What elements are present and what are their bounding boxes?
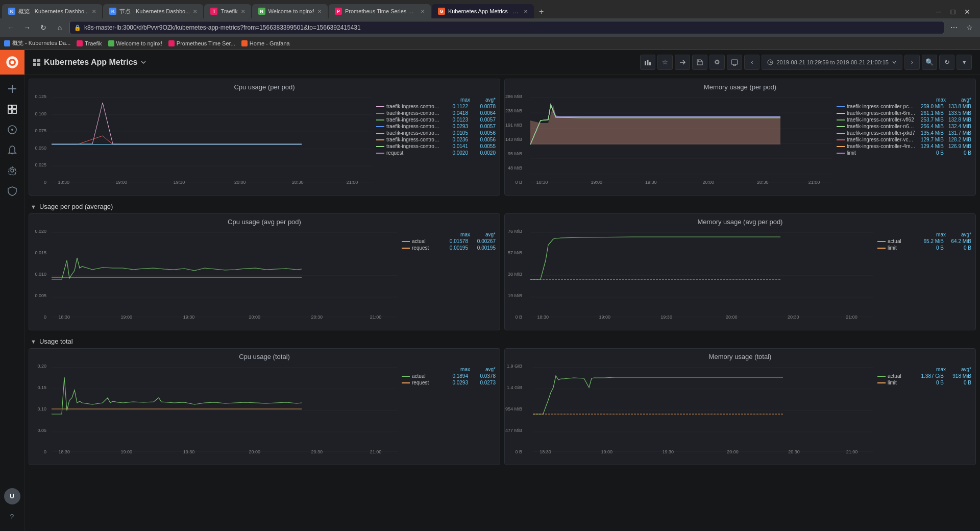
- tab-close-icon[interactable]: ✕: [92, 9, 96, 14]
- settings-button[interactable]: ⚙: [709, 55, 725, 70]
- svg-text:19:30: 19:30: [183, 315, 195, 320]
- tab-overview[interactable]: K 概览 - Kubernetes Dashbo... ✕: [2, 4, 102, 18]
- svg-text:19:00: 19:00: [116, 180, 128, 185]
- tab-traefik[interactable]: T Traefik ✕: [204, 4, 251, 18]
- maximize-button[interactable]: □: [946, 5, 960, 18]
- grid-icon: [7, 104, 17, 114]
- shield-icon: [7, 186, 17, 196]
- tab-bar: K 概览 - Kubernetes Dashbo... ✕ K 节点 - Kub…: [0, 0, 980, 18]
- legend-item: actual 0.1894 0.0378: [402, 373, 496, 379]
- cpu-per-pod-chart: cores 0.125 0.100 0.075 0.050 0.025 0: [29, 93, 500, 195]
- tab-close-icon[interactable]: ✕: [193, 9, 197, 14]
- panel-view-button[interactable]: [640, 55, 655, 70]
- tab-title: 概览 - Kubernetes Dashbo...: [18, 8, 89, 15]
- section-chevron-icon: ▼: [31, 339, 36, 345]
- legend-color: [376, 153, 384, 154]
- bookmark-button[interactable]: ☆: [963, 21, 976, 34]
- legend-item: traefik-ingress-controller-vch7h 129.7 M…: [837, 137, 971, 142]
- reload-button[interactable]: ↻: [37, 21, 50, 34]
- bookmark-prometheus[interactable]: Prometheus Time Ser...: [168, 40, 235, 46]
- legend-color: [376, 119, 384, 120]
- refresh-options-button[interactable]: ▾: [957, 55, 972, 70]
- sidebar-item-settings[interactable]: [0, 160, 24, 181]
- legend-item: request 0.0020 0.0020: [376, 150, 496, 156]
- svg-text:19:00: 19:00: [121, 449, 133, 454]
- legend-color: [877, 241, 886, 242]
- tv-mode-button[interactable]: [727, 55, 742, 70]
- time-picker[interactable]: 2019-08-21 18:29:59 to 2019-08-21 21:00:…: [762, 55, 902, 70]
- cpu-per-pod-panel: Cpu usage (per pod) cores 0.125 0.100 0.…: [29, 79, 500, 196]
- minimize-button[interactable]: ─: [932, 5, 945, 18]
- section-usage-per-pod[interactable]: ▼ Usage per pod (average): [29, 200, 976, 213]
- grafana-app: U ? Kubernetes App Metrics ☆: [0, 50, 980, 531]
- grafana-logo[interactable]: [0, 50, 24, 75]
- sidebar: U ?: [0, 50, 24, 531]
- sidebar-item-explore[interactable]: [0, 119, 24, 140]
- legend-item: actual 0.01578 0.00267: [402, 238, 496, 244]
- cpu-per-pod-svg: 18:30 19:00 19:30 20:00 20:30 21:00: [52, 95, 372, 185]
- save-button[interactable]: [692, 55, 707, 70]
- share-button[interactable]: [675, 55, 690, 70]
- sidebar-item-add[interactable]: [0, 79, 24, 99]
- refresh-button[interactable]: ↻: [939, 55, 954, 70]
- forward-button[interactable]: →: [20, 21, 34, 34]
- bookmark-nginx[interactable]: Welcome to nginx!: [108, 40, 162, 46]
- memory-per-pod-chart-area: 286 MiB 238 MiB 191 MiB 143 MiB 95 MiB 4…: [505, 93, 832, 195]
- svg-rect-12: [33, 59, 36, 62]
- bookmark-favicon: [77, 40, 83, 46]
- new-tab-button[interactable]: +: [535, 5, 548, 18]
- cpu-total-title: Cpu usage (total): [29, 349, 500, 363]
- zoom-out-button[interactable]: 🔍: [922, 55, 937, 70]
- legend-item: traefik-ingress-controller-6m2ph 0.0236 …: [376, 137, 496, 142]
- extensions-button[interactable]: ⋯: [947, 21, 961, 34]
- legend-headers: max avg*: [376, 97, 496, 103]
- svg-text:18:30: 18:30: [59, 315, 70, 320]
- sidebar-user-avatar[interactable]: U: [4, 488, 20, 504]
- legend-color: [402, 376, 410, 377]
- cpu-avg-svg: 18:30 19:00 19:30 20:00 20:30 21:00: [52, 230, 398, 320]
- dashboard-name: Kubernetes App Metrics: [44, 58, 137, 67]
- tab-close-icon[interactable]: ✕: [524, 9, 528, 14]
- sidebar-item-dashboards[interactable]: [0, 99, 24, 119]
- tab-nodes[interactable]: K 节点 - Kubernetes Dashbo... ✕: [103, 4, 203, 18]
- sidebar-item-alerting[interactable]: [0, 140, 24, 160]
- legend-item: traefik-ingress-controller-n6cgs 256.4 M…: [837, 124, 971, 129]
- cpu-total-panel: Cpu usage (total) cores 0.20 0.15 0.10 0…: [29, 348, 500, 465]
- star-button[interactable]: ☆: [657, 55, 673, 70]
- home-button[interactable]: ⌂: [53, 21, 66, 34]
- tab-k8s-metrics[interactable]: G Kubernetes App Metrics - G... ✕: [432, 4, 534, 18]
- tab-nginx[interactable]: N Welcome to nginx! ✕: [252, 4, 328, 18]
- bookmark-grafana[interactable]: Home - Grafana: [241, 40, 290, 46]
- legend-item: traefik-ingress-controller-n6cgs 0.0141 …: [376, 143, 496, 149]
- legend-headers: max avg*: [402, 367, 496, 372]
- tab-prometheus[interactable]: P Prometheus Time Series Co... ✕: [329, 4, 431, 18]
- address-bar[interactable]: 🔒 k8s-master-lb:3000/d/bPvvr9OZk/kuberne…: [69, 21, 944, 34]
- svg-text:21:00: 21:00: [347, 180, 358, 185]
- legend-color: [402, 248, 410, 249]
- sidebar-item-shield[interactable]: [0, 181, 24, 201]
- back-button[interactable]: ←: [4, 21, 17, 34]
- sidebar-bottom: U ?: [0, 488, 24, 531]
- next-time-button[interactable]: ›: [904, 55, 920, 70]
- tab-title: 节点 - Kubernetes Dashbo...: [119, 8, 190, 15]
- section-chevron-icon: ▼: [31, 204, 36, 210]
- close-button[interactable]: ✕: [961, 5, 974, 18]
- cpu-total-svg: 18:30 19:00 19:30 20:00 20:30 21:00: [52, 365, 398, 454]
- memory-per-pod-title: Memory usage (per pod): [505, 79, 975, 93]
- bookmark-label: Home - Grafana: [250, 40, 290, 46]
- tab-close-icon[interactable]: ✕: [317, 9, 322, 14]
- tab-close-icon[interactable]: ✕: [421, 9, 425, 14]
- sidebar-help[interactable]: ?: [0, 506, 24, 527]
- legend-item: request 0.0293 0.0273: [402, 380, 496, 385]
- legend-headers: max avg*: [837, 97, 971, 103]
- svg-line-25: [770, 62, 772, 63]
- bookmark-traefik[interactable]: Traefik: [77, 40, 102, 46]
- prev-time-button[interactable]: ‹: [744, 55, 760, 70]
- svg-text:18:30: 18:30: [59, 449, 70, 454]
- memory-avg-per-pod-title: Memory usage (avg per pod): [505, 214, 975, 228]
- tab-close-icon[interactable]: ✕: [241, 9, 245, 14]
- section-usage-total[interactable]: ▼ Usage total: [29, 334, 976, 348]
- bar-chart-icon: [644, 59, 651, 66]
- svg-text:21:00: 21:00: [846, 449, 858, 454]
- bookmark-overview[interactable]: 概览 - Kubernetes Da...: [4, 39, 70, 47]
